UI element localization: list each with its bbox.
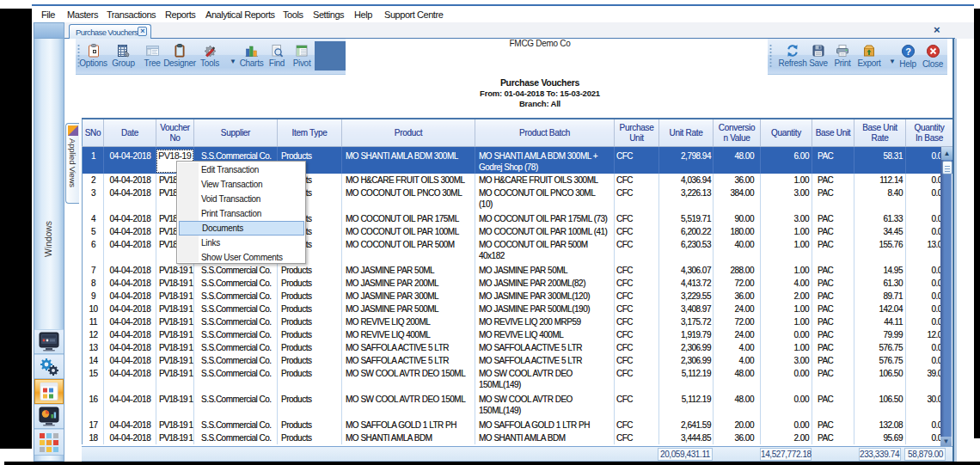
svg-text:?: ?	[905, 46, 911, 57]
